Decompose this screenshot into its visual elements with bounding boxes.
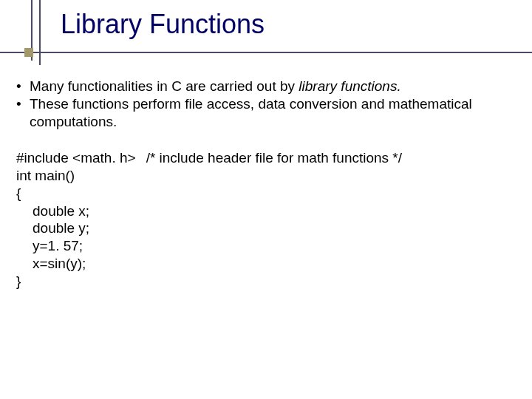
bullet-text-part: Many functionalities in C are carried ou… [30, 78, 299, 94]
code-line: { [16, 185, 402, 202]
code-comment: /* include header file for math function… [146, 150, 402, 166]
code-line: double y; [16, 219, 402, 237]
slide-title: Library Functions [61, 9, 265, 40]
decor-hline [0, 52, 532, 53]
bullet-item: • These functions perform file access, d… [16, 95, 513, 131]
code-line: int main() [16, 167, 402, 185]
decor-accent-box [24, 48, 33, 57]
bullet-item: • Many functionalities in C are carried … [16, 78, 513, 95]
bullet-marker: • [16, 95, 30, 131]
code-block: #include <math. h>/* include header file… [16, 149, 513, 290]
slide-header: Library Functions [0, 0, 532, 70]
slide-content: • Many functionalities in C are carried … [0, 70, 532, 290]
bullet-text-italic: library functions. [299, 78, 400, 94]
code-include: #include <math. h> [16, 150, 136, 166]
bullet-text-part: These functions perform file access, dat… [30, 96, 472, 129]
bullet-marker: • [16, 78, 30, 95]
code-line: x=sin(y); [16, 255, 402, 273]
code-line: y=1. 57; [16, 237, 402, 255]
code-line: double x; [16, 202, 402, 220]
code-line: #include <math. h>/* include header file… [16, 149, 402, 167]
code-line: } [16, 273, 402, 290]
decor-vline-2 [39, 0, 41, 65]
bullet-text: Many functionalities in C are carried ou… [30, 78, 513, 95]
bullet-text: These functions perform file access, dat… [30, 95, 513, 131]
